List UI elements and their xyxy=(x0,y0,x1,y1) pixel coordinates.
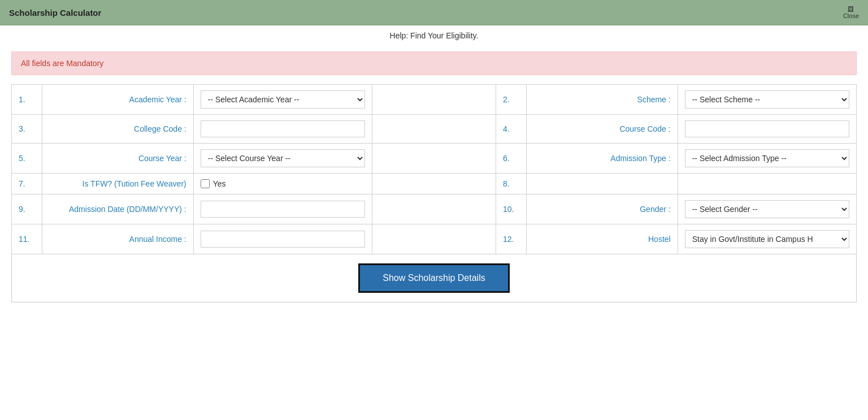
field-num-12: 12. xyxy=(496,224,526,254)
select-admission-type[interactable]: -- Select Admission Type -- xyxy=(685,149,849,167)
tfw-checkbox[interactable] xyxy=(201,179,210,188)
input-admission-type[interactable]: -- Select Admission Type -- xyxy=(678,144,856,174)
label-scheme: Scheme : xyxy=(527,85,678,115)
select-hostel[interactable]: Stay in Govt/Institute in Campus H xyxy=(685,230,849,248)
field-num-7: 7. xyxy=(12,174,42,194)
field-num-4: 4. xyxy=(496,115,526,144)
input-course-year[interactable]: -- Select Course Year -- xyxy=(193,144,372,174)
field-num-3: 3. xyxy=(12,115,42,144)
help-text: Help: Find Your Eligibility. xyxy=(0,25,868,46)
label-academic-year: Academic Year : xyxy=(42,85,194,115)
field-num-11: 11. xyxy=(12,224,42,254)
content-area: All fields are Mandatory 1. Academic Yea… xyxy=(0,46,868,314)
input-college-code[interactable] xyxy=(193,115,372,144)
label-college-code: College Code : xyxy=(42,115,194,144)
alert-box: All fields are Mandatory xyxy=(11,51,857,75)
input-scheme[interactable]: -- Select Scheme -- xyxy=(678,85,856,115)
field-num-2: 2. xyxy=(496,85,526,115)
label-tfw: Is TFW? (Tution Fee Weaver) xyxy=(42,174,194,194)
field-num-9: 9. xyxy=(12,194,42,224)
close-label: Close xyxy=(843,12,859,19)
text-college-code[interactable] xyxy=(201,120,365,137)
tfw-yes-label: Yes xyxy=(213,179,226,188)
button-row: Show Scholarship Details xyxy=(12,254,857,302)
form-table: 1. Academic Year : -- Select Academic Ye… xyxy=(11,84,857,302)
field-num-1: 1. xyxy=(12,85,42,115)
text-admission-date[interactable] xyxy=(201,201,365,218)
table-row: 5. Course Year : -- Select Course Year -… xyxy=(12,144,857,174)
alert-text: All fields are Mandatory xyxy=(21,59,103,68)
input-gender[interactable]: -- Select Gender -- xyxy=(678,194,856,224)
select-course-year[interactable]: -- Select Course Year -- xyxy=(201,149,365,167)
table-row: 11. Annual Income : 12. Hostel Stay in G… xyxy=(12,224,857,254)
close-icon: 🖼 xyxy=(848,6,854,12)
title-bar: Scholarship Calculator 🖼 Close xyxy=(0,0,868,25)
label-course-year: Course Year : xyxy=(42,144,194,174)
button-cell: Show Scholarship Details xyxy=(12,254,857,302)
table-row: 9. Admission Date (DD/MM/YYYY) : 10. Gen… xyxy=(12,194,857,224)
field-num-6: 6. xyxy=(496,144,526,174)
label-annual-income: Annual Income : xyxy=(42,224,194,254)
show-scholarship-button[interactable]: Show Scholarship Details xyxy=(358,263,509,293)
input-tfw[interactable]: Yes xyxy=(193,174,372,194)
select-gender[interactable]: -- Select Gender -- xyxy=(685,200,849,218)
label-8 xyxy=(527,174,678,194)
label-course-code: Course Code : xyxy=(527,115,678,144)
text-annual-income[interactable] xyxy=(201,231,365,248)
label-gender: Gender : xyxy=(527,194,678,224)
input-academic-year[interactable]: -- Select Academic Year -- xyxy=(193,85,372,115)
select-academic-year[interactable]: -- Select Academic Year -- xyxy=(201,90,365,109)
input-admission-date[interactable] xyxy=(193,194,372,224)
label-admission-date: Admission Date (DD/MM/YYYY) : xyxy=(42,194,194,224)
field-num-8: 8. xyxy=(496,174,526,194)
input-hostel[interactable]: Stay in Govt/Institute in Campus H xyxy=(678,224,856,254)
scholarship-calculator-window: Scholarship Calculator 🖼 Close Help: Fin… xyxy=(0,0,868,420)
label-hostel: Hostel xyxy=(527,224,678,254)
table-row: 1. Academic Year : -- Select Academic Ye… xyxy=(12,85,857,115)
input-annual-income[interactable] xyxy=(193,224,372,254)
field-num-5: 5. xyxy=(12,144,42,174)
window-title: Scholarship Calculator xyxy=(9,8,101,18)
input-course-code[interactable] xyxy=(678,115,856,144)
table-row: 3. College Code : 4. Course Code : xyxy=(12,115,857,144)
table-row: 7. Is TFW? (Tution Fee Weaver) Yes 8. xyxy=(12,174,857,194)
text-course-code[interactable] xyxy=(685,120,849,137)
tfw-checkbox-group: Yes xyxy=(201,179,365,188)
field-num-10: 10. xyxy=(496,194,526,224)
select-scheme[interactable]: -- Select Scheme -- xyxy=(685,90,849,109)
close-button[interactable]: 🖼 Close xyxy=(843,6,859,19)
label-admission-type: Admission Type : xyxy=(527,144,678,174)
